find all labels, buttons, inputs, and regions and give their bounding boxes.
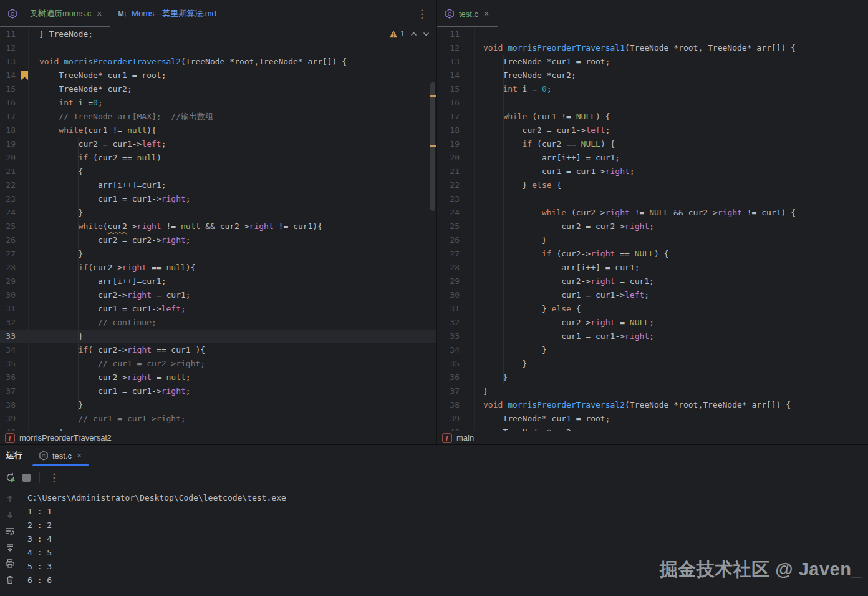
code-line[interactable]: 34 if( cur2->right == cur1 ){ (0, 343, 436, 357)
code-line[interactable]: 15 int i = 0; (437, 82, 868, 96)
code-text: } TreeNode; (29, 27, 93, 41)
stop-button-icon[interactable] (22, 474, 31, 482)
code-line[interactable]: 28 if(cur2->right == null){ (0, 261, 436, 275)
down-stack-trace-icon[interactable] (5, 510, 15, 520)
next-warning-chevron-down-icon[interactable] (423, 32, 430, 36)
inspections-widget[interactable]: 1 (389, 29, 430, 38)
rerun-button-icon[interactable] (5, 472, 16, 483)
code-line[interactable]: 38 } (0, 398, 436, 412)
run-tab-test-c[interactable]: C test.c × (32, 445, 89, 466)
code-line[interactable]: 40 } (0, 426, 436, 431)
code-line[interactable]: 18 while(cur1 != null){ (0, 124, 436, 137)
code-line[interactable]: 13 TreeNode *cur1 = root; (437, 55, 868, 69)
code-line[interactable]: 30 cur2->right = cur1; (0, 288, 436, 302)
breadcrumb-function-name[interactable]: morrisPreorderTraversal2 (19, 433, 112, 442)
code-line[interactable]: 23 cur1 = cur1->right; (0, 192, 436, 206)
close-icon[interactable]: × (95, 9, 103, 18)
code-line[interactable]: 31 } else { (437, 302, 868, 316)
code-line[interactable]: 32 cur2->right = NULL; (437, 316, 868, 330)
code-line[interactable]: 23 (437, 192, 868, 206)
code-line[interactable]: 24 while (cur2->right != NULL && cur2->r… (437, 206, 868, 220)
code-line[interactable]: 19 cur2 = cur1->left; (0, 137, 436, 151)
breadcrumb-function-name[interactable]: main (456, 433, 474, 442)
code-line[interactable]: 22 arr[i++]=cur1; (0, 178, 436, 192)
left-breadcrumb[interactable]: f morrisPreorderTraversal2 (0, 431, 436, 444)
tab-options-kebab-icon[interactable]: ⋮ (417, 9, 427, 19)
code-line[interactable]: 16 (437, 96, 868, 110)
line-number: 35 (437, 357, 475, 371)
clear-console-trash-icon[interactable] (5, 575, 15, 585)
code-line[interactable]: 33 cur1 = cur1->right; (437, 330, 868, 343)
code-line[interactable]: 30 cur1 = cur1->left; (437, 288, 868, 302)
code-line[interactable]: 20 if (cur2 == null) (0, 151, 436, 165)
code-line[interactable]: 26 cur2 = cur2->right; (0, 233, 436, 247)
right-code-editor[interactable]: 1112void morrisPreorderTraversal1(TreeNo… (437, 27, 868, 431)
code-line[interactable]: 19 if (cur2 == NULL) { (437, 137, 868, 151)
code-line[interactable]: 35 // cur1 = cur2->right; (0, 357, 436, 371)
print-icon[interactable] (5, 559, 15, 569)
code-line[interactable]: 40 TreeNode *cur2; (437, 426, 868, 431)
code-line[interactable]: 18 cur2 = cur1->left; (437, 124, 868, 137)
code-line[interactable]: 20 arr[i++] = cur1; (437, 151, 868, 165)
code-line[interactable]: 27 } (0, 247, 436, 261)
code-line[interactable]: 22 } else { (437, 178, 868, 192)
code-line[interactable]: 26 } (437, 233, 868, 247)
code-line[interactable]: 36 cur2->right = null; (0, 371, 436, 384)
scroll-to-end-icon[interactable] (5, 542, 15, 552)
line-number: 27 (437, 247, 475, 261)
code-line[interactable]: 37} (437, 384, 868, 398)
left-code-editor[interactable]: 1 11} TreeNode;1213void morrisPreorderTr… (0, 27, 436, 431)
code-line[interactable]: 38void morrisPreorderTraversal2(TreeNode… (437, 398, 868, 412)
code-text: void morrisPreorderTraversal2(TreeNode *… (475, 398, 791, 412)
run-options-kebab-icon[interactable]: ⋮ (49, 472, 59, 483)
code-line[interactable]: 32 // continue; (0, 316, 436, 330)
scrollbar-warning-mark[interactable] (430, 95, 436, 97)
code-line[interactable]: 39 // cur1 = cur1->right; (0, 412, 436, 426)
code-line[interactable]: 34 } (437, 343, 868, 357)
code-line[interactable]: 14 TreeNode *cur2; (437, 69, 868, 82)
code-line[interactable]: 31 cur1 = cur1->left; (0, 302, 436, 316)
run-tool-window-title[interactable]: 运行 (6, 450, 22, 461)
soft-wrap-icon[interactable] (5, 526, 15, 536)
code-line[interactable]: 29 arr[i++]=cur1; (0, 275, 436, 288)
code-line[interactable]: 15 TreeNode* cur2; (0, 82, 436, 96)
code-line[interactable]: 27 if (cur2->right == NULL) { (437, 247, 868, 261)
code-line[interactable]: 12 (0, 41, 436, 55)
code-line[interactable]: 29 cur2->right = cur1; (437, 275, 868, 288)
code-line[interactable]: 16 int i =0; (0, 96, 436, 110)
tab-test-c[interactable]: C test.c × (437, 0, 498, 27)
close-icon[interactable]: × (75, 451, 83, 460)
line-number: 36 (437, 371, 475, 384)
code-line[interactable]: 28 arr[i++] = cur1; (437, 261, 868, 275)
tab-morris-algorithm-md[interactable]: M↓ Morris---莫里斯算法.md (110, 0, 223, 27)
right-breadcrumb[interactable]: f main (437, 431, 868, 444)
line-number: 37 (437, 384, 475, 398)
code-line[interactable]: 13void morrisPreorderTraversal2(TreeNode… (0, 55, 436, 69)
code-line[interactable]: 17 // TreeNode arr[MAX]; //输出数组 (0, 110, 436, 124)
code-line[interactable]: 35 } (437, 357, 868, 371)
scrollbar-warning-mark[interactable] (430, 145, 436, 147)
code-text: arr[i++]=cur1; (29, 178, 166, 192)
code-line[interactable]: 24 } (0, 206, 436, 220)
code-line[interactable]: 36 } (437, 371, 868, 384)
previous-warning-chevron-up-icon[interactable] (410, 32, 417, 36)
code-line[interactable]: 11} TreeNode; (0, 27, 436, 41)
code-line[interactable]: 12void morrisPreorderTraversal1(TreeNode… (437, 41, 868, 55)
code-line[interactable]: 33 } (0, 330, 436, 343)
code-line[interactable]: 25 while(cur2->right != null && cur2->ri… (0, 220, 436, 233)
right-editor-pane: C test.c × 1112void morrisPreorderTraver… (437, 0, 868, 444)
close-icon[interactable]: × (483, 9, 490, 18)
line-number: 23 (437, 192, 475, 206)
tab-binary-tree-morris-c[interactable]: C 二叉树遍历morris.c × (0, 0, 110, 27)
code-line[interactable]: 25 cur2 = cur2->right; (437, 220, 868, 233)
code-line[interactable]: 39 TreeNode* cur1 = root; (437, 412, 868, 426)
code-line[interactable]: 21 { (0, 165, 436, 178)
code-line[interactable]: 14 TreeNode* cur1 = root; (0, 69, 436, 82)
code-line[interactable]: 17 while (cur1 != NULL) { (437, 110, 868, 124)
code-line[interactable]: 21 cur1 = cur1->right; (437, 165, 868, 178)
code-line[interactable]: 37 cur1 = cur1->right; (0, 384, 436, 398)
indent-guide (542, 206, 542, 357)
code-line[interactable]: 11 (437, 27, 868, 41)
bookmark-icon[interactable] (21, 71, 28, 80)
up-stack-trace-icon[interactable] (5, 494, 15, 504)
